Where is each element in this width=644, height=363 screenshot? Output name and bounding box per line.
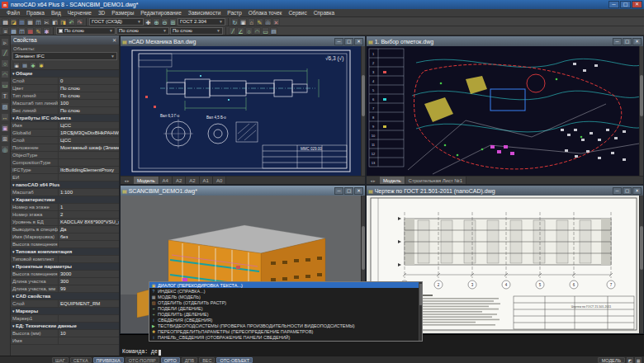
property-row[interactable]: Общие bbox=[11, 70, 119, 78]
menu-item[interactable]: Справка bbox=[310, 9, 339, 17]
layout-tab[interactable]: А2 bbox=[173, 177, 186, 184]
child-minimize-button[interactable]: ─ bbox=[613, 38, 622, 45]
rectangle-tool-icon[interactable]: ▭ bbox=[1, 81, 9, 89]
table-tool-icon[interactable]: ⊞ bbox=[1, 134, 9, 143]
maximize-button[interactable]: ▢ bbox=[620, 1, 631, 8]
property-row[interactable]: Типовой комплект bbox=[11, 256, 119, 263]
notes-icon[interactable]: ✎ bbox=[256, 18, 263, 26]
child-close-button[interactable]: ✕ bbox=[632, 187, 642, 195]
property-row[interactable]: CAD свойства bbox=[11, 293, 119, 300]
cmd-model[interactable]: ▦ МОДЕЛЬ (МОДЕЛЬ) bbox=[149, 294, 422, 299]
property-row[interactable]: ObjectType bbox=[11, 152, 119, 159]
property-value[interactable] bbox=[61, 182, 119, 188]
property-row[interactable]: Выводить в специф. Да bbox=[11, 226, 119, 233]
layout-tab[interactable]: А0 bbox=[213, 177, 226, 184]
property-row[interactable]: Высота помещения bbox=[11, 241, 119, 248]
property-row[interactable]: Маркеры bbox=[11, 308, 119, 315]
property-row[interactable]: Номер этажа 2 bbox=[11, 211, 119, 219]
property-value[interactable] bbox=[73, 263, 119, 270]
lock-icon[interactable]: ◩ bbox=[627, 357, 633, 363]
menu-item[interactable]: Черчение bbox=[64, 9, 95, 17]
property-row[interactable]: Цвет По слою bbox=[11, 85, 119, 92]
property-row[interactable]: Слой EQUIPMENT_RM bbox=[11, 300, 119, 308]
property-row[interactable]: Высота (мм) 10 bbox=[11, 330, 119, 337]
property-value[interactable] bbox=[59, 241, 119, 248]
property-value[interactable]: 3000 bbox=[59, 271, 119, 277]
property-row[interactable]: Слой 0 bbox=[11, 78, 119, 85]
site-plan-canvas[interactable]: 1 2 3 4 5 6 7 8 9 10 11 12 13 bbox=[367, 46, 643, 176]
child-minimize-button[interactable]: ─ bbox=[334, 38, 343, 45]
add-property-icon[interactable]: ✚ bbox=[30, 62, 36, 68]
child-minimize-button[interactable]: ─ bbox=[334, 187, 343, 195]
property-row[interactable]: Имя bbox=[11, 337, 119, 345]
arc-tool-icon[interactable]: ◠ bbox=[1, 70, 9, 78]
model-space-button[interactable]: МОДЕЛЬ bbox=[598, 357, 625, 363]
layer-states-icon[interactable]: ▤ bbox=[10, 27, 17, 35]
property-value[interactable] bbox=[73, 248, 119, 255]
property-value[interactable] bbox=[34, 70, 119, 77]
property-row[interactable]: Масштаб 1:100 bbox=[11, 189, 119, 196]
property-value[interactable]: По слою bbox=[59, 92, 119, 99]
property-row[interactable]: GlobalId 1RC$jM3QsDtxBHkPAHWs bbox=[11, 130, 119, 137]
property-value[interactable]: KADCLAV 8X6*900*VSU_и bbox=[59, 219, 119, 225]
cmd-separate-raster[interactable]: ▨ ОТДЕЛИТЬ (ОТДЕЛИТЬ РАСТР) bbox=[149, 299, 422, 305]
panel-settings-icon[interactable]: ✱ bbox=[38, 62, 45, 68]
window-titlebar[interactable]: ▤ SCANCBIM_DEMO1.dwg* ─ ▢ ✕ bbox=[121, 186, 365, 196]
hatch-tool-icon[interactable]: ▨ bbox=[1, 102, 9, 111]
property-row[interactable]: Высота помещения 3000 bbox=[11, 271, 119, 278]
status-toggle[interactable]: СЕТКА bbox=[70, 357, 92, 363]
cmd-divide-short[interactable]: ÷ ПОДЕЛИ (ДЕЛЕНИЕ) bbox=[149, 305, 422, 311]
property-value[interactable]: 300 bbox=[59, 278, 119, 285]
property-row[interactable]: CompositionType bbox=[11, 159, 119, 167]
child-restore-button[interactable]: ▢ bbox=[344, 187, 353, 195]
status-toggle[interactable]: ВЕС bbox=[199, 357, 215, 363]
child-restore-button[interactable]: ▢ bbox=[344, 38, 353, 45]
layout-tab[interactable]: Модель bbox=[134, 177, 159, 184]
child-restore-button[interactable]: ▢ bbox=[623, 38, 632, 45]
layers-icon[interactable]: ≡ bbox=[2, 27, 9, 35]
cmd-info[interactable]: i СВЕДЕНИЯ (СВЕДЕНИЯ) bbox=[149, 318, 422, 323]
workspace-icon[interactable]: ▦ bbox=[635, 357, 642, 363]
minimize-button[interactable]: ─ bbox=[608, 1, 619, 8]
property-row[interactable]: Проектные параметры bbox=[11, 263, 119, 271]
status-toggle[interactable]: ОТС-ПОЛЯР bbox=[125, 357, 159, 363]
layout-tab[interactable]: Модель bbox=[380, 177, 405, 184]
text-tool-icon[interactable]: Т bbox=[1, 92, 9, 100]
info-icon[interactable]: ◎ bbox=[264, 18, 272, 26]
child-close-button[interactable]: ✕ bbox=[632, 38, 642, 45]
window-titlebar[interactable]: ▤ 1. Выбор отметок.dwg ─ ▢ ✕ bbox=[367, 36, 643, 46]
linetype-combo[interactable]: По слою▼ bbox=[116, 27, 169, 35]
status-toggle[interactable]: ДПВ bbox=[182, 357, 197, 363]
property-value[interactable]: EQUIPMENT_RM bbox=[59, 300, 119, 307]
property-value[interactable] bbox=[59, 256, 119, 262]
property-row[interactable]: Вес линий По слою bbox=[11, 107, 119, 115]
property-value[interactable] bbox=[73, 115, 119, 121]
tab-nav-arrows[interactable]: ◂▸ bbox=[367, 177, 380, 184]
copy-icon[interactable]: ◧ bbox=[51, 18, 59, 26]
zoom-window-icon[interactable]: ⊞ bbox=[169, 18, 177, 26]
property-value[interactable] bbox=[59, 174, 119, 181]
color-combo[interactable]: По слою▼ bbox=[56, 27, 116, 35]
property-value[interactable] bbox=[78, 323, 119, 329]
child-minimize-button[interactable]: ─ bbox=[613, 187, 622, 195]
categories-icon[interactable]: ▥ bbox=[21, 62, 28, 68]
line-tool-icon[interactable]: ╱ bbox=[1, 49, 9, 57]
property-row[interactable]: Типовая комплектация bbox=[11, 248, 119, 256]
zoom-out-icon[interactable]: ⊖ bbox=[161, 18, 168, 26]
line-icon[interactable]: ╱ bbox=[229, 27, 236, 35]
property-value[interactable]: Монтажный шкаф (Элемент 16") bbox=[59, 144, 119, 151]
property-row[interactable]: Маркер1 bbox=[11, 315, 119, 323]
hatch-icon[interactable]: ▨ bbox=[270, 27, 277, 35]
cmd-divide[interactable]: ÷ ПОДЕЛИТЬ (ДЕЛЕНИЕ) bbox=[149, 311, 422, 317]
property-row[interactable]: Положение Монтажный шкаф (Элемент 16") bbox=[11, 144, 119, 152]
property-row[interactable]: Характеристики bbox=[11, 196, 119, 204]
property-row[interactable]: Имя (Маркировка) без bbox=[11, 233, 119, 241]
property-value[interactable]: 1:100 bbox=[59, 189, 119, 196]
property-value[interactable]: ЦСС bbox=[59, 137, 119, 144]
circle-tool-icon[interactable]: ○ bbox=[1, 59, 9, 68]
cmd-dialog[interactable]: ▣ ДИАЛОГ (ПЕРЕКОДИРОВКА ТЕКСТА...) bbox=[149, 282, 422, 288]
property-value[interactable]: ЦСС bbox=[59, 122, 119, 129]
property-row[interactable]: Длина участка, мм 99 bbox=[11, 285, 119, 293]
child-close-button[interactable]: ✕ bbox=[354, 187, 363, 195]
cut-icon[interactable]: ✂ bbox=[43, 18, 50, 26]
